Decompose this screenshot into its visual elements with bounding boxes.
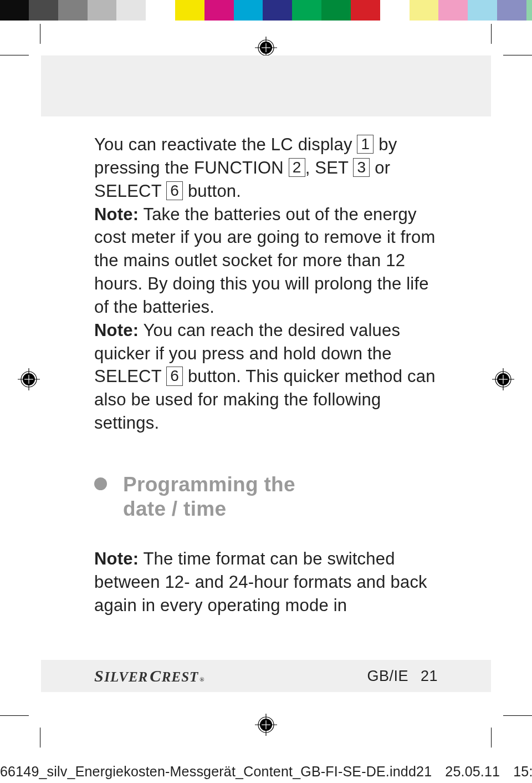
keycap-1: 1 bbox=[357, 135, 374, 154]
color-swatch bbox=[88, 0, 117, 21]
footer-right: GB/IE 21 bbox=[367, 668, 438, 685]
text: The time format can be switched between … bbox=[94, 549, 427, 615]
color-swatch bbox=[526, 0, 532, 21]
color-swatch bbox=[146, 0, 175, 21]
note-label: Note: bbox=[94, 549, 139, 568]
body-text-block-1: You can reactivate the LC display 1 by p… bbox=[41, 133, 491, 435]
print-slug-line: 66149_silv_Energiekosten-Messgerät_Conte… bbox=[0, 764, 532, 780]
brand-text: REST bbox=[162, 669, 199, 685]
color-swatch bbox=[29, 0, 58, 21]
body-text-block-2: Note: The time format can be switched be… bbox=[41, 547, 491, 617]
color-swatch bbox=[497, 0, 526, 21]
crop-mark bbox=[503, 55, 532, 55]
registration-mark-right bbox=[492, 368, 514, 390]
bullet-icon bbox=[94, 477, 107, 490]
brand-text: S bbox=[94, 667, 104, 685]
brand-text: C bbox=[150, 667, 161, 685]
color-swatch bbox=[410, 0, 439, 21]
color-swatch bbox=[175, 0, 204, 21]
keycap-6: 6 bbox=[166, 367, 183, 385]
keycap-3: 3 bbox=[353, 158, 370, 177]
slug-filename: 66149_silv_Energiekosten-Messgerät_Conte… bbox=[0, 764, 416, 780]
color-swatch bbox=[438, 0, 468, 21]
keycap-2: 2 bbox=[289, 158, 305, 177]
text: button. bbox=[183, 181, 241, 201]
slug-pagenum: 21 bbox=[416, 764, 432, 780]
crop-mark bbox=[40, 24, 40, 44]
slug-date: 25.05.11 bbox=[445, 764, 500, 780]
registration-mark-bottom bbox=[255, 714, 277, 736]
registered-mark: ® bbox=[200, 676, 204, 683]
brand-logo: SILVERCREST® bbox=[94, 667, 204, 685]
color-swatch bbox=[0, 0, 29, 21]
crop-mark bbox=[0, 55, 29, 55]
color-swatch bbox=[321, 0, 351, 21]
crop-mark bbox=[0, 715, 29, 716]
color-swatch bbox=[58, 0, 88, 21]
crop-mark bbox=[491, 728, 492, 748]
note-label: Note: bbox=[94, 205, 139, 224]
keycap-6: 6 bbox=[166, 181, 183, 200]
color-swatch bbox=[234, 0, 263, 21]
crop-mark bbox=[491, 24, 492, 44]
region-code: GB/IE bbox=[367, 668, 408, 685]
color-swatch bbox=[292, 0, 321, 21]
crop-mark bbox=[40, 728, 40, 748]
heading-line-1: Programming the bbox=[123, 473, 295, 496]
page-footer: SILVERCREST® GB/IE 21 bbox=[41, 660, 491, 692]
color-swatch bbox=[351, 0, 380, 21]
text: , SET bbox=[305, 158, 354, 177]
slug-time: 15:06 bbox=[513, 764, 532, 780]
brand-text: ILVER bbox=[104, 669, 148, 685]
page-number: 21 bbox=[421, 668, 438, 685]
color-swatch bbox=[380, 0, 410, 21]
color-swatch bbox=[468, 0, 497, 21]
note-label: Note: bbox=[94, 321, 139, 340]
crop-mark bbox=[503, 715, 532, 716]
header-gray-band bbox=[41, 55, 491, 116]
color-swatch bbox=[116, 0, 146, 21]
section-heading: Programming the date / time bbox=[41, 472, 491, 521]
color-calibration-bar bbox=[0, 0, 532, 21]
color-swatch bbox=[263, 0, 292, 21]
text: Take the batteries out of the energy cos… bbox=[94, 205, 435, 317]
color-swatch bbox=[204, 0, 234, 21]
registration-mark-left bbox=[18, 368, 40, 390]
page-content: You can reactivate the LC display 1 by p… bbox=[41, 55, 491, 617]
heading-line-2: date / time bbox=[123, 497, 226, 520]
text: You can reactivate the LC display bbox=[94, 135, 357, 154]
